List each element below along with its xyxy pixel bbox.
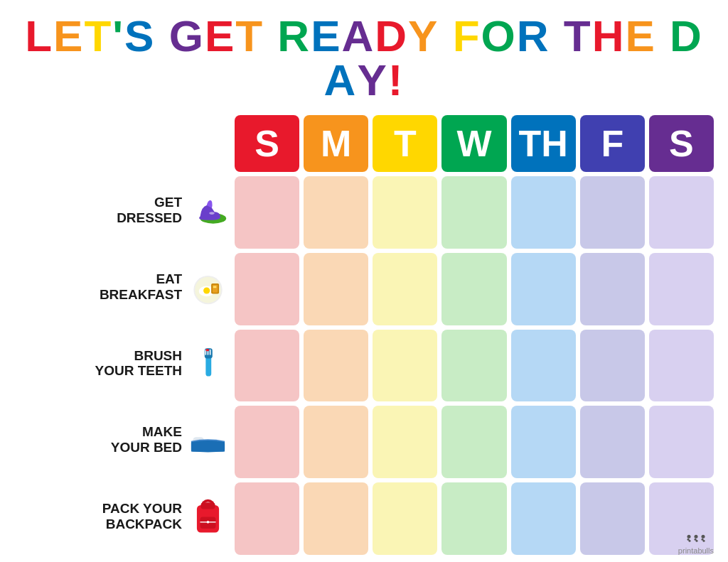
cell-brush-teeth-fri[interactable] <box>580 330 645 402</box>
cell-eat-breakfast-sat[interactable] <box>649 253 714 325</box>
day-header-thursday: TH <box>511 115 576 172</box>
label-row-brush-teeth: BRUSHYOUR TEETH <box>14 325 235 402</box>
day-header-friday: F <box>580 115 645 172</box>
svg-point-24 <box>689 540 691 542</box>
day-headers: S M T W TH F S <box>235 115 714 172</box>
cell-make-bed-wed[interactable] <box>441 406 506 478</box>
cell-get-dressed-sun[interactable] <box>235 176 299 249</box>
svg-rect-14 <box>205 349 209 351</box>
svg-rect-13 <box>209 350 210 355</box>
cell-get-dressed-tue[interactable] <box>373 176 437 249</box>
cell-eat-breakfast-wed[interactable] <box>441 253 506 325</box>
day-header-sunday: S <box>235 115 299 172</box>
label-row-pack-backpack: PACK YOURBACKPACK <box>14 478 235 555</box>
label-text-get-dressed: GETDRESSED <box>117 195 182 226</box>
cell-make-bed-thu[interactable] <box>511 406 576 478</box>
label-row-eat-breakfast: EATBREAKFAST <box>14 249 235 325</box>
watermark-text: printabulls <box>678 546 714 555</box>
cell-get-dressed-wed[interactable] <box>441 176 506 249</box>
cell-pack-backpack-wed[interactable] <box>441 482 506 555</box>
label-text-eat-breakfast: EATBREAKFAST <box>100 271 182 303</box>
cell-eat-breakfast-fri[interactable] <box>580 253 645 325</box>
label-row-get-dressed: GETDRESSED <box>14 172 235 249</box>
cell-make-bed-mon[interactable] <box>304 406 368 478</box>
cell-make-bed-sat[interactable] <box>649 406 714 478</box>
task-row-brush-teeth <box>235 330 714 402</box>
day-header-saturday: S <box>649 115 714 172</box>
breakfast-icon <box>186 266 229 308</box>
bed-icon <box>186 418 229 461</box>
watermark-icon <box>678 532 714 546</box>
svg-rect-8 <box>213 286 216 288</box>
cell-pack-backpack-fri[interactable] <box>580 482 645 555</box>
label-text-make-bed: MAKEYOUR BED <box>111 424 182 455</box>
cell-make-bed-sun[interactable] <box>235 406 299 478</box>
cell-make-bed-tue[interactable] <box>373 406 437 478</box>
labels-column: GETDRESSED EATBREAKFAST <box>14 115 235 555</box>
label-text-pack-backpack: PACK YOURBACKPACK <box>102 501 182 532</box>
cell-pack-backpack-tue[interactable] <box>373 482 437 555</box>
label-header-spacer <box>14 115 235 172</box>
svg-point-22 <box>687 535 691 539</box>
svg-point-21 <box>206 521 209 524</box>
page-title: LET'S GET READY FOR THE DAY! <box>14 14 714 102</box>
cell-get-dressed-mon[interactable] <box>304 176 368 249</box>
cell-brush-teeth-thu[interactable] <box>511 330 576 402</box>
page: LET'S GET READY FOR THE DAY! GETDRESSED <box>0 0 728 562</box>
svg-point-27 <box>696 540 698 542</box>
cell-get-dressed-sat[interactable] <box>649 176 714 249</box>
cell-make-bed-fri[interactable] <box>580 406 645 478</box>
cell-eat-breakfast-thu[interactable] <box>511 253 576 325</box>
grid-rows <box>235 172 714 555</box>
cell-brush-teeth-tue[interactable] <box>373 330 437 402</box>
label-row-make-bed: MAKEYOUR BED <box>14 401 235 478</box>
cell-brush-teeth-mon[interactable] <box>304 330 368 402</box>
svg-rect-7 <box>212 285 217 293</box>
cell-pack-backpack-sun[interactable] <box>235 482 299 555</box>
toothbrush-icon <box>186 342 229 384</box>
cell-get-dressed-thu[interactable] <box>511 176 576 249</box>
svg-point-5 <box>203 288 210 294</box>
day-header-tuesday: T <box>373 115 437 172</box>
cell-pack-backpack-mon[interactable] <box>304 482 368 555</box>
main-area: GETDRESSED EATBREAKFAST <box>14 115 714 555</box>
svg-point-30 <box>703 540 705 542</box>
task-row-eat-breakfast <box>235 253 714 325</box>
cell-eat-breakfast-mon[interactable] <box>304 253 368 325</box>
grid-column: S M T W TH F S <box>235 115 714 555</box>
label-text-brush-teeth: BRUSHYOUR TEETH <box>95 348 182 379</box>
cell-brush-teeth-sat[interactable] <box>649 330 714 402</box>
svg-point-28 <box>702 535 705 539</box>
cell-brush-teeth-sun[interactable] <box>235 330 299 402</box>
task-row-make-bed <box>235 406 714 478</box>
cell-get-dressed-fri[interactable] <box>580 176 645 249</box>
cell-brush-teeth-wed[interactable] <box>441 330 506 402</box>
day-header-monday: M <box>304 115 368 172</box>
svg-point-25 <box>695 535 698 539</box>
day-header-wednesday: W <box>441 115 506 172</box>
watermark: printabulls <box>678 532 714 555</box>
backpack-icon <box>186 495 229 538</box>
svg-point-1 <box>209 212 214 215</box>
task-row-pack-backpack <box>235 482 714 555</box>
cell-eat-breakfast-sun[interactable] <box>235 253 299 325</box>
cell-eat-breakfast-tue[interactable] <box>373 253 437 325</box>
cell-pack-backpack-thu[interactable] <box>511 482 576 555</box>
task-row-get-dressed <box>235 176 714 249</box>
shoe-icon <box>186 189 229 232</box>
